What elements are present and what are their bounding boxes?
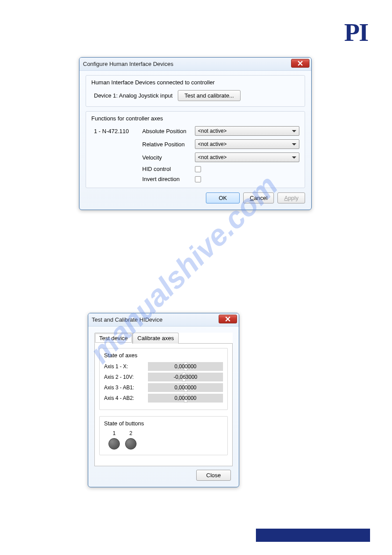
- indicator-icon: [125, 438, 137, 450]
- hid-control-label: HID control: [142, 166, 195, 172]
- tab-panel-test: State of axes Axis 1 - X:0,000000Axis 2 …: [94, 343, 233, 466]
- dialog-title: Configure Human Interface Devices: [83, 61, 173, 67]
- tab-bar: Test device Calibrate axes: [94, 333, 233, 344]
- close-icon[interactable]: [291, 59, 309, 68]
- dialog-title: Test and Calibrate HIDevice: [92, 316, 162, 323]
- select-value: <not active>: [198, 154, 227, 160]
- button-indicator-label: 1: [108, 430, 120, 436]
- group-legend: State of buttons: [104, 420, 223, 427]
- button-indicator-label: 2: [125, 430, 137, 436]
- test-calibrate-button[interactable]: Test and calibrate...: [178, 90, 241, 101]
- close-icon[interactable]: [219, 315, 237, 323]
- axis-label: Axis 4 - AB2:: [104, 395, 144, 401]
- test-calibrate-dialog: Test and Calibrate HIDevice Test device …: [88, 313, 239, 487]
- tab-test-device[interactable]: Test device: [94, 333, 133, 344]
- close-button[interactable]: Close: [196, 470, 231, 481]
- titlebar: Configure Human Interface Devices: [79, 58, 311, 71]
- state-of-axes-group: State of axes Axis 1 - X:0,000000Axis 2 …: [99, 348, 228, 410]
- axis-row: Axis 4 - AB2:0,000000: [104, 394, 223, 403]
- device-label: Device 1: Analog Joystick input: [94, 92, 173, 99]
- footer-bar: [256, 529, 370, 542]
- axis-value: -0,063000: [148, 373, 223, 381]
- configure-hid-dialog: Configure Human Interface Devices Human …: [79, 57, 312, 210]
- relative-position-select[interactable]: <not active>: [195, 139, 299, 149]
- indicator-icon: [108, 438, 120, 450]
- axis-label: Axis 1 - X:: [104, 363, 144, 370]
- ok-button[interactable]: OK: [206, 192, 240, 203]
- axis-label: Axis 3 - AB1:: [104, 385, 144, 391]
- functions-axes-group: Functions for controller axes 1 - N-472.…: [86, 111, 305, 188]
- axis-label: Axis 2 - 10V:: [104, 374, 144, 380]
- relative-position-label: Relative Position: [142, 141, 195, 148]
- absolute-position-select[interactable]: <not active>: [195, 126, 299, 136]
- velocity-select[interactable]: <not active>: [195, 152, 299, 162]
- brand-logo: PI: [344, 18, 368, 47]
- chevron-down-icon: [292, 156, 296, 159]
- group-legend: State of axes: [104, 352, 223, 359]
- group-legend: Functions for controller axes: [91, 115, 299, 122]
- button-indicator: 1: [108, 430, 120, 450]
- axis-id: 1 - N-472.110: [94, 128, 142, 134]
- velocity-label: Velocity: [142, 154, 195, 161]
- connected-devices-group: Human Interface Devices connected to con…: [86, 75, 305, 107]
- titlebar: Test and Calibrate HIDevice: [88, 313, 239, 326]
- state-of-buttons-group: State of buttons 12: [99, 416, 228, 455]
- invert-direction-checkbox[interactable]: [195, 176, 201, 182]
- tab-calibrate-axes[interactable]: Calibrate axes: [133, 333, 179, 344]
- select-value: <not active>: [198, 141, 227, 147]
- axis-row: Axis 3 - AB1:0,000000: [104, 383, 223, 392]
- axis-row: Axis 2 - 10V:-0,063000: [104, 373, 223, 381]
- chevron-down-icon: [292, 130, 296, 132]
- invert-direction-label: Invert direction: [142, 176, 195, 182]
- absolute-position-label: Absolute Position: [142, 128, 195, 134]
- hid-control-checkbox[interactable]: [195, 166, 201, 172]
- apply-button[interactable]: Apply: [277, 192, 305, 203]
- cancel-button[interactable]: Cancel: [243, 192, 274, 203]
- select-value: <not active>: [198, 128, 227, 134]
- axis-value: 0,000000: [148, 394, 223, 403]
- button-indicator: 2: [125, 430, 137, 450]
- group-legend: Human Interface Devices connected to con…: [91, 79, 299, 86]
- chevron-down-icon: [292, 143, 296, 145]
- axis-row: Axis 1 - X:0,000000: [104, 362, 223, 371]
- axis-value: 0,000000: [148, 383, 223, 392]
- axis-value: 0,000000: [148, 362, 223, 371]
